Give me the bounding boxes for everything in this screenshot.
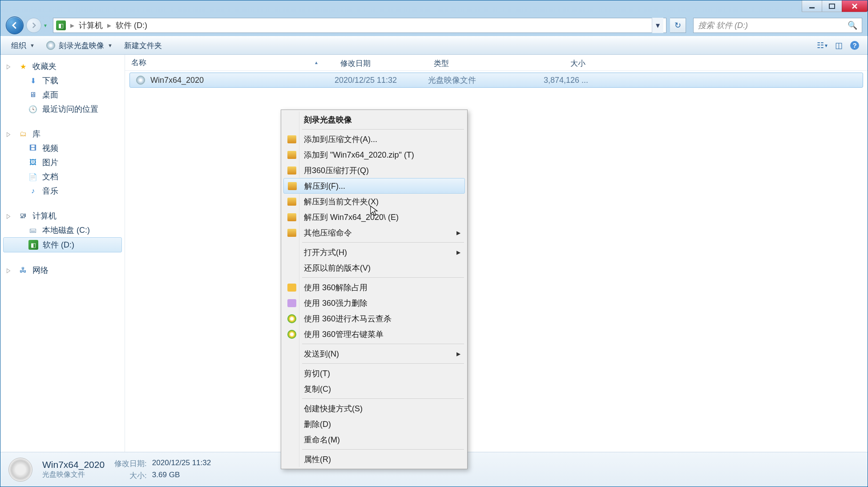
breadcrumb-sep-icon: ▸ bbox=[70, 20, 74, 30]
drive-icon: ◧ bbox=[28, 240, 38, 250]
ctx-copy[interactable]: 复制(C) bbox=[283, 381, 466, 397]
sidebar-network[interactable]: 🖧网络 bbox=[0, 263, 125, 277]
star-icon: ★ bbox=[18, 61, 28, 71]
search-box[interactable]: 搜索 软件 (D:) 🔍 bbox=[693, 18, 862, 33]
sidebar-item-music[interactable]: ♪音乐 bbox=[0, 184, 125, 198]
search-placeholder: 搜索 软件 (D:) bbox=[698, 20, 748, 31]
details-date-label: 修改日期: bbox=[114, 459, 147, 469]
sidebar-item-videos[interactable]: 🎞视频 bbox=[0, 141, 125, 155]
burn-disc-image-button[interactable]: 刻录光盘映像▼ bbox=[42, 39, 117, 53]
details-size-label: 大小: bbox=[114, 471, 147, 481]
ctx-create-shortcut[interactable]: 创建快捷方式(S) bbox=[283, 401, 466, 416]
address-bar[interactable]: ◧ ▸ 计算机 ▸ 软件 (D:) ▾ bbox=[53, 18, 666, 33]
sidebar-item-drive-d[interactable]: ◧软件 (D:) bbox=[3, 237, 122, 252]
sidebar-item-desktop[interactable]: 🖥桌面 bbox=[0, 88, 125, 102]
toolbar: 组织▼ 刻录光盘映像▼ 新建文件夹 ☷ ▼ ◫ ? bbox=[0, 36, 868, 55]
details-filetype: 光盘映像文件 bbox=[42, 470, 105, 479]
ctx-open-360zip[interactable]: 用360压缩打开(Q) bbox=[283, 162, 466, 178]
submenu-arrow-icon: ▶ bbox=[456, 249, 460, 256]
view-button[interactable]: ☷ ▼ bbox=[816, 39, 829, 52]
360-icon bbox=[287, 299, 296, 307]
file-list-area: 名称▲ 修改日期 类型 大小 Win7x64_2020 2020/12/25 1… bbox=[125, 55, 868, 452]
file-name: Win7x64_2020 bbox=[150, 76, 204, 85]
sidebar-item-recent[interactable]: 🕓最近访问的位置 bbox=[0, 102, 125, 116]
360-icon bbox=[287, 314, 296, 323]
ctx-360-unlock[interactable]: 使用 360解除占用 bbox=[283, 280, 466, 295]
col-name[interactable]: 名称▲ bbox=[125, 55, 334, 70]
sidebar-item-downloads[interactable]: ⬇下载 bbox=[0, 73, 125, 88]
details-date-value: 2020/12/25 11:32 bbox=[152, 459, 211, 469]
col-type[interactable]: 类型 bbox=[428, 55, 521, 70]
ctx-restore-versions[interactable]: 还原以前的版本(V) bbox=[283, 260, 466, 276]
ctx-extract-to-folder[interactable]: 解压到 Win7x64_2020\ (E) bbox=[283, 209, 466, 225]
desktop-icon: 🖥 bbox=[28, 90, 38, 100]
file-size: 3,874,126 ... bbox=[521, 76, 593, 85]
zip-icon bbox=[288, 182, 297, 190]
file-row[interactable]: Win7x64_2020 2020/12/25 11:32 光盘映像文件 3,8… bbox=[129, 73, 863, 88]
zip-icon bbox=[287, 151, 296, 159]
col-date[interactable]: 修改日期 bbox=[334, 55, 428, 70]
help-button[interactable]: ? bbox=[848, 39, 861, 52]
close-button[interactable] bbox=[842, 0, 868, 12]
sidebar-item-drive-c[interactable]: 🖴本地磁盘 (C:) bbox=[0, 223, 125, 237]
refresh-button[interactable]: ↻ bbox=[670, 18, 686, 33]
forward-button[interactable] bbox=[26, 18, 41, 33]
drive-icon: ◧ bbox=[56, 20, 66, 30]
sidebar: ★收藏夹 ⬇下载 🖥桌面 🕓最近访问的位置 🗂库 🎞视频 🖼图片 📄文档 ♪音乐… bbox=[0, 55, 125, 452]
sort-asc-icon: ▲ bbox=[314, 60, 319, 65]
sidebar-item-pictures[interactable]: 🖼图片 bbox=[0, 155, 125, 170]
sidebar-libraries[interactable]: 🗂库 bbox=[0, 127, 125, 141]
recent-icon: 🕓 bbox=[28, 104, 38, 114]
sidebar-favorites[interactable]: ★收藏夹 bbox=[0, 59, 125, 73]
svg-text:?: ? bbox=[852, 41, 856, 49]
ctx-rename[interactable]: 重命名(M) bbox=[283, 432, 466, 447]
ctx-open-with[interactable]: 打开方式(H)▶ bbox=[283, 244, 466, 260]
breadcrumb-current[interactable]: 软件 (D:) bbox=[116, 20, 147, 31]
nav-history-dropdown[interactable]: ▼ bbox=[41, 18, 49, 33]
sidebar-item-documents[interactable]: 📄文档 bbox=[0, 170, 125, 184]
zip-icon bbox=[287, 166, 296, 175]
document-icon: 📄 bbox=[28, 172, 38, 182]
ctx-360-trojan-scan[interactable]: 使用 360进行木马云查杀 bbox=[283, 311, 466, 326]
address-dropdown[interactable]: ▾ bbox=[652, 18, 663, 33]
file-date: 2020/12/25 11:32 bbox=[335, 76, 428, 85]
svg-rect-1 bbox=[829, 4, 835, 8]
titlebar bbox=[0, 0, 868, 15]
breadcrumb-sep-icon: ▸ bbox=[107, 20, 111, 30]
ctx-properties[interactable]: 属性(R) bbox=[283, 451, 466, 467]
disc-icon bbox=[46, 41, 55, 50]
ctx-delete[interactable]: 删除(D) bbox=[283, 416, 466, 432]
ctx-add-to-named-zip[interactable]: 添加到 "Win7x64_2020.zip" (T) bbox=[283, 147, 466, 162]
zip-icon bbox=[287, 229, 296, 237]
preview-pane-button[interactable]: ◫ bbox=[832, 39, 845, 52]
details-size-value: 3.69 GB bbox=[152, 471, 211, 481]
ctx-360-manage-menu[interactable]: 使用 360管理右键菜单 bbox=[283, 326, 466, 342]
ctx-other-zip-commands[interactable]: 其他压缩命令▶ bbox=[283, 225, 466, 240]
sidebar-computer[interactable]: 🖳计算机 bbox=[0, 209, 125, 223]
360-icon bbox=[287, 330, 296, 339]
zip-icon bbox=[287, 198, 296, 206]
ctx-burn-disc-image[interactable]: 刻录光盘映像 bbox=[283, 112, 466, 127]
ctx-extract-to[interactable]: 解压到(F)... bbox=[283, 178, 465, 194]
picture-icon: 🖼 bbox=[28, 158, 38, 167]
col-size[interactable]: 大小 bbox=[521, 55, 592, 70]
video-icon: 🎞 bbox=[28, 143, 38, 153]
ctx-cut[interactable]: 剪切(T) bbox=[283, 365, 466, 381]
minimize-button[interactable] bbox=[802, 0, 822, 12]
explorer-window: ▼ ◧ ▸ 计算机 ▸ 软件 (D:) ▾ ↻ 搜索 软件 (D:) 🔍 组织▼… bbox=[0, 0, 868, 487]
disc-file-icon bbox=[136, 76, 145, 85]
ctx-send-to[interactable]: 发送到(N)▶ bbox=[283, 346, 466, 361]
ctx-add-to-archive[interactable]: 添加到压缩文件(A)... bbox=[283, 131, 466, 147]
breadcrumb-root[interactable]: 计算机 bbox=[79, 20, 103, 31]
window-controls bbox=[802, 0, 868, 15]
organize-button[interactable]: 组织▼ bbox=[7, 39, 39, 53]
download-icon: ⬇ bbox=[28, 76, 38, 85]
new-folder-button[interactable]: 新建文件夹 bbox=[120, 39, 166, 53]
maximize-button[interactable] bbox=[822, 0, 842, 12]
details-filename: Win7x64_2020 bbox=[42, 459, 105, 470]
ctx-extract-here[interactable]: 解压到当前文件夹(X) bbox=[283, 194, 466, 209]
zip-icon bbox=[287, 213, 296, 221]
back-button[interactable] bbox=[6, 16, 24, 34]
ctx-360-force-delete[interactable]: 使用 360强力删除 bbox=[283, 295, 466, 311]
nav-buttons: ▼ bbox=[6, 16, 49, 34]
